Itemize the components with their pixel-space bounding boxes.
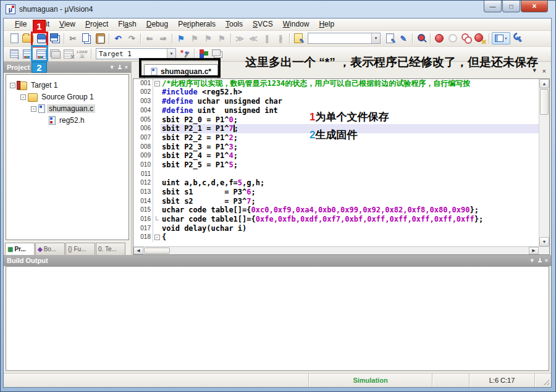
- bookmark-toggle-icon[interactable]: ⚑: [175, 32, 187, 44]
- fold-collapse-icon[interactable]: -: [154, 81, 160, 86]
- code-line-003[interactable]: 003#define uchar unsigned char: [133, 97, 539, 106]
- tree-item-reg52-h[interactable]: reg52.h: [6, 115, 128, 127]
- fold-collapse-icon[interactable]: -: [154, 235, 160, 240]
- cut-icon[interactable]: ✂: [67, 32, 79, 44]
- indent-icon[interactable]: ≫: [234, 32, 246, 44]
- pin-icon[interactable]: [117, 65, 122, 70]
- code-line-001[interactable]: 001-/*此程序可以实现，数码管显示1234的状态，用户可以自己根据前边的试验…: [133, 79, 539, 88]
- code-line-013[interactable]: 013sbit s1 = P3^6;: [133, 188, 539, 197]
- panel-menu-icon[interactable]: ▼: [529, 257, 535, 264]
- close-icon[interactable]: ×: [545, 257, 548, 264]
- scrollbar-thumb[interactable]: [144, 248, 170, 254]
- bookmark-next-icon[interactable]: ⚑: [202, 32, 214, 44]
- panel-tab-te[interactable]: 0. Te...: [96, 243, 125, 255]
- resize-grip[interactable]: [535, 373, 551, 387]
- line-number: 011: [133, 170, 153, 179]
- code-line-014[interactable]: 014sbit s2 = P3^7;: [133, 197, 539, 206]
- panel-tab-bo[interactable]: ◈Bo...: [35, 243, 65, 255]
- comment-icon[interactable]: ∥: [261, 32, 273, 44]
- code-line-011[interactable]: 011: [133, 170, 539, 179]
- code-line-008[interactable]: 008sbit P2_3 = P1^3;: [133, 143, 539, 152]
- expander-icon[interactable]: -: [10, 83, 15, 88]
- tree-item-shumaguan-c[interactable]: -shumaguan.c: [6, 103, 128, 115]
- fold-margin: [153, 143, 161, 152]
- code-line-016[interactable]: 016uchar code table1[]={0xfe,0xfb,0xdf,0…: [133, 215, 539, 224]
- close-button[interactable]: ×: [521, 1, 548, 12]
- find-in-files-icon[interactable]: [384, 32, 396, 44]
- scroll-left-icon[interactable]: ◀: [133, 247, 143, 254]
- line-number: 018: [133, 233, 153, 242]
- minimize-button[interactable]: —: [484, 1, 502, 12]
- redo-icon[interactable]: ↷: [125, 32, 138, 44]
- project-panel: Project ▼ × -Target 1-Source Group 1-shu…: [4, 62, 132, 255]
- paste-icon[interactable]: [94, 32, 106, 44]
- new-file-icon[interactable]: [8, 32, 20, 44]
- code-line-015[interactable]: 015uchar code table[]={0xc0,0xf9,0xa4,0x…: [133, 206, 539, 215]
- translate-icon[interactable]: [8, 48, 20, 60]
- close-icon[interactable]: ×: [125, 64, 128, 70]
- title-bar[interactable]: µ shumaguan - µVision4: [1, 1, 555, 18]
- panel-tab-fu[interactable]: {} Fu...: [65, 243, 95, 255]
- menu-flash[interactable]: Flash: [113, 19, 141, 30]
- save-all-icon[interactable]: [49, 32, 61, 44]
- outdent-icon[interactable]: ≪: [247, 32, 259, 44]
- find-combobox[interactable]: ▼: [308, 33, 381, 44]
- batch-build-icon[interactable]: [49, 48, 61, 60]
- maximize-button[interactable]: □: [502, 1, 520, 12]
- stop-build-icon[interactable]: [62, 48, 75, 60]
- breakpoint-kill-all-icon[interactable]: [474, 32, 486, 44]
- nav-back-icon[interactable]: ⇐: [143, 32, 156, 44]
- breakpoint-enable-icon[interactable]: [447, 32, 459, 44]
- scrollbar-thumb[interactable]: [540, 89, 549, 115]
- pin-icon[interactable]: [537, 258, 542, 263]
- menu-svcs[interactable]: SVCS: [248, 19, 278, 30]
- code-line-012[interactable]: 012uint a,b,c,d,e,f=5,g,h;: [133, 178, 539, 188]
- code-line-018[interactable]: 018-{: [133, 233, 539, 242]
- tree-item-source-group-1[interactable]: -Source Group 1: [6, 91, 128, 103]
- menu-peripherals[interactable]: Peripherals: [173, 19, 221, 30]
- code-line-009[interactable]: 009sbit P2_4 = P1^4;: [133, 151, 539, 161]
- find-icon[interactable]: [415, 32, 428, 44]
- code-line-010[interactable]: 010sbit P2_5 = P1^5;: [133, 161, 539, 170]
- undo-icon[interactable]: ↶: [112, 32, 124, 44]
- fold-end-marker: [156, 216, 159, 220]
- breakpoint-insert-icon[interactable]: [433, 32, 445, 44]
- code-line-017[interactable]: 017void delay(uchar i): [133, 224, 539, 233]
- panel-menu-icon[interactable]: ▼: [109, 64, 115, 70]
- panel-tab-pr[interactable]: ▦Pr...: [5, 243, 35, 255]
- menu-help[interactable]: Help: [314, 19, 339, 30]
- expander-icon[interactable]: -: [20, 94, 26, 100]
- copy-icon[interactable]: [80, 32, 93, 44]
- debug-windows-button[interactable]: [492, 32, 510, 44]
- scroll-right-icon[interactable]: ▶: [529, 247, 539, 254]
- tree-item-target-1[interactable]: -Target 1: [6, 80, 128, 91]
- bookmark-clear-icon[interactable]: ⚑: [216, 32, 228, 44]
- menu-tools[interactable]: Tools: [221, 19, 248, 30]
- menu-project[interactable]: Project: [80, 19, 113, 30]
- expander-icon[interactable]: -: [31, 106, 36, 112]
- close-icon[interactable]: ×: [542, 67, 546, 75]
- horizontal-scrollbar[interactable]: ◀ ▶: [133, 246, 550, 255]
- scroll-up-icon[interactable]: ▲: [539, 79, 549, 88]
- vertical-scrollbar[interactable]: ▲ ▼: [539, 79, 549, 246]
- code-editor[interactable]: 001-/*此程序可以实现，数码管显示1234的状态，用户可以自己根据前边的试验…: [133, 79, 539, 246]
- menu-file[interactable]: File: [10, 19, 32, 30]
- configure-wrench-icon[interactable]: [512, 32, 524, 44]
- chevron-down-icon[interactable]: ▼: [167, 49, 175, 59]
- menu-debug[interactable]: Debug: [141, 19, 173, 30]
- nav-forward-icon[interactable]: ⇒: [157, 32, 169, 44]
- scroll-down-icon[interactable]: ▼: [539, 237, 549, 246]
- code-line-002[interactable]: 002#include <reg52.h>: [133, 88, 539, 97]
- project-tree[interactable]: -Target 1-Source Group 1-shumaguan.creg5…: [6, 74, 129, 240]
- build-output-content[interactable]: [6, 266, 549, 371]
- breakpoint-disable-all-icon[interactable]: [460, 32, 473, 44]
- bookmark-prev-icon[interactable]: ⚑: [188, 32, 201, 44]
- incremental-find-icon[interactable]: ✎: [397, 32, 410, 44]
- code-text: [161, 170, 539, 179]
- menu-view[interactable]: View: [54, 19, 80, 30]
- edit-note-icon[interactable]: [292, 32, 305, 44]
- download-icon[interactable]: [76, 48, 88, 60]
- uncomment-icon[interactable]: ∦: [274, 32, 287, 44]
- chevron-down-icon[interactable]: ▼: [371, 33, 380, 43]
- menu-window[interactable]: Window: [278, 19, 314, 30]
